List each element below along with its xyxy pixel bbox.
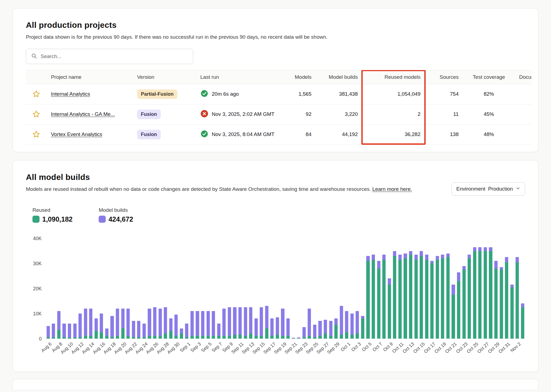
bar-aug-23[interactable] [136, 239, 142, 339]
bar-sep-16[interactable] [264, 239, 270, 339]
bar-oct-15[interactable]: Oct 15 [419, 239, 424, 339]
bar-aug-13[interactable] [83, 239, 88, 339]
bar-oct-23[interactable]: Oct 23 [461, 239, 467, 339]
bar-sep-21[interactable]: Sep 21 [291, 239, 296, 339]
bar-sep-12[interactable] [243, 239, 248, 339]
bar-sep-14[interactable] [253, 239, 259, 339]
bar-sep-1[interactable]: Sep 1 [184, 239, 190, 339]
bar-oct-25[interactable]: Oct 25 [472, 239, 477, 339]
bar-aug-12[interactable]: Aug 12 [77, 239, 83, 339]
bar-oct-16[interactable] [424, 239, 429, 339]
bar-sep-18[interactable] [275, 239, 280, 339]
bar-aug-26[interactable]: Aug 26 [152, 239, 158, 339]
favorite-star-button[interactable] [31, 89, 42, 99]
bar-aug-15[interactable] [93, 239, 99, 339]
bar-sep-2[interactable] [189, 239, 195, 339]
environment-select[interactable]: Environment Production [452, 182, 525, 196]
bar-oct-28[interactable] [488, 239, 494, 339]
bar-nov-1[interactable] [509, 239, 515, 339]
bar-oct-31[interactable]: Oct 31 [504, 239, 509, 339]
project-name-link[interactable]: Internal Analytics [51, 91, 90, 97]
bar-oct-14[interactable] [413, 239, 419, 339]
bar-aug-21[interactable] [125, 239, 131, 339]
bar-oct-27[interactable]: Oct 27 [483, 239, 488, 339]
bar-aug-30[interactable]: Aug 30 [174, 239, 179, 339]
bar-oct-7[interactable]: Oct 7 [376, 239, 382, 339]
bar-sep-9[interactable]: Sep 9 [227, 239, 232, 339]
bar-sep-4[interactable] [200, 239, 205, 339]
bar-oct-24[interactable] [467, 239, 472, 339]
bar-sep-27[interactable]: Sep 27 [323, 239, 328, 339]
bar-sep-7[interactable]: Sep 7 [216, 239, 222, 339]
bar-oct-26[interactable] [477, 239, 483, 339]
bar-sep-13[interactable]: Sep 13 [248, 239, 253, 339]
bar-aug-14[interactable]: Aug 14 [88, 239, 94, 339]
bar-oct-20[interactable] [445, 239, 451, 339]
bar-sep-30[interactable] [339, 239, 344, 339]
bar-sep-24[interactable] [307, 239, 312, 339]
bar-sep-11[interactable]: Sep 11 [237, 239, 243, 339]
bar-oct-10[interactable] [392, 239, 398, 339]
bar-aug-17[interactable] [104, 239, 110, 339]
bar-oct-3[interactable]: Oct 3 [355, 239, 360, 339]
bar-nov-3[interactable] [520, 239, 525, 339]
bar-aug-28[interactable]: Aug 28 [163, 239, 168, 339]
bar-oct-5[interactable]: Oct 5 [365, 239, 371, 339]
bar-aug-27[interactable] [158, 239, 163, 339]
bar-sep-15[interactable]: Sep 15 [259, 239, 264, 339]
favorite-star-button[interactable] [31, 129, 42, 140]
bar-aug-22[interactable]: Aug 22 [131, 239, 136, 339]
bar-oct-9[interactable]: Oct 9 [387, 239, 392, 339]
bar-oct-4[interactable] [360, 239, 365, 339]
bar-oct-8[interactable] [381, 239, 387, 339]
search-input[interactable] [41, 53, 188, 59]
bar-oct-22[interactable] [456, 239, 461, 339]
bar-sep-17[interactable]: Sep 17 [270, 239, 275, 339]
bar-aug-24[interactable]: Aug 24 [141, 239, 147, 339]
bar-aug-16[interactable]: Aug 16 [99, 239, 104, 339]
bar-oct-21[interactable]: Oct 21 [451, 239, 456, 339]
bar-aug-29[interactable] [168, 239, 174, 339]
bar-sep-29[interactable]: Sep 29 [333, 239, 339, 339]
bar-sep-28[interactable] [328, 239, 334, 339]
bar-oct-13[interactable]: Oct 13 [408, 239, 413, 339]
bar-aug-25[interactable] [147, 239, 152, 339]
bar-oct-12[interactable] [403, 239, 408, 339]
bar-oct-17[interactable]: Oct 17 [429, 239, 435, 339]
bar-aug-9[interactable] [62, 239, 67, 339]
bar-oct-29[interactable]: Oct 29 [493, 239, 499, 339]
bar-oct-2[interactable] [349, 239, 355, 339]
bar-sep-20[interactable] [285, 239, 291, 339]
bar-sep-23[interactable]: Sep 23 [301, 239, 307, 339]
bar-aug-7[interactable] [51, 239, 56, 339]
bar-aug-10[interactable]: Aug 10 [67, 239, 72, 339]
bar-sep-22[interactable] [296, 239, 301, 339]
bar-sep-5[interactable]: Sep 5 [205, 239, 211, 339]
bar-nov-2[interactable]: Nov 2 [515, 239, 520, 339]
project-name-link[interactable]: Internal Analytics - GA Me... [51, 111, 115, 117]
bar-aug-18[interactable]: Aug 18 [110, 239, 115, 339]
bar-sep-6[interactable] [211, 239, 216, 339]
bar-oct-11[interactable]: Oct 11 [397, 239, 403, 339]
bar-sep-3[interactable]: Sep 3 [195, 239, 200, 339]
bar-oct-18[interactable] [435, 239, 440, 339]
bar-aug-20[interactable]: Aug 20 [120, 239, 126, 339]
bar-sep-8[interactable] [222, 239, 227, 339]
table-row[interactable]: Internal Analytics Partial-Fusion [26, 84, 532, 104]
bar-sep-25[interactable]: Sep 25 [312, 239, 317, 339]
bar-oct-1[interactable]: Oct 1 [344, 239, 350, 339]
project-name-link[interactable]: Vortex Event Analytics [51, 131, 102, 137]
bar-aug-8[interactable]: Aug 8 [56, 239, 62, 339]
bar-oct-30[interactable] [499, 239, 504, 339]
favorite-star-button[interactable] [31, 109, 42, 120]
learn-more-link[interactable]: Learn more here. [372, 186, 412, 192]
bar-oct-6[interactable] [371, 239, 376, 339]
table-row[interactable]: Internal Analytics - GA Me... Fusion [26, 104, 532, 124]
bar-aug-11[interactable] [72, 239, 78, 339]
table-row[interactable]: Vortex Event Analytics Fusion [26, 124, 532, 144]
bar-aug-19[interactable] [115, 239, 120, 339]
bar-sep-19[interactable]: Sep 19 [280, 239, 286, 339]
bar-oct-19[interactable]: Oct 19 [440, 239, 446, 339]
bar-sep-10[interactable] [232, 239, 238, 339]
bar-aug-31[interactable] [179, 239, 184, 339]
